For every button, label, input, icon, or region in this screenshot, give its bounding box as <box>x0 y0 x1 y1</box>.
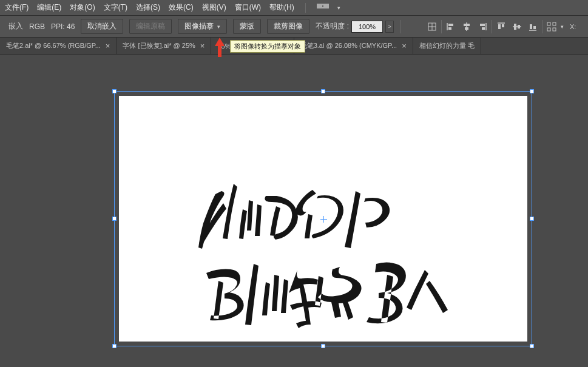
resize-handle-middle-right[interactable] <box>530 217 534 221</box>
svg-text:X:: X: <box>570 23 576 30</box>
svg-rect-13 <box>547 22 550 25</box>
svg-rect-2 <box>448 27 451 30</box>
align-top-icon[interactable] <box>495 20 508 33</box>
svg-rect-4 <box>465 27 468 30</box>
transform-panel-icon[interactable] <box>425 20 439 33</box>
opacity-label: 不透明度 : <box>316 21 349 32</box>
tab-label: 毛笔3.ai @ 26.08% (CMYK/GP... <box>300 41 397 50</box>
menu-help[interactable]: 帮助(H) <box>269 2 294 13</box>
resize-handle-bottom-left[interactable] <box>112 344 117 348</box>
tab-label: 相信幻灯的力量 毛 <box>419 41 475 50</box>
menu-bar: 文件(F) 编辑(E) 对象(O) 文字(T) 选择(S) 效果(C) 视图(V… <box>0 0 588 16</box>
annotation-arrow-icon <box>214 38 226 57</box>
svg-rect-11 <box>530 24 532 29</box>
align-right-icon[interactable] <box>476 20 489 33</box>
mask-button[interactable]: 蒙版 <box>233 19 261 34</box>
svg-rect-12 <box>533 26 536 29</box>
svg-rect-5 <box>480 24 485 26</box>
svg-rect-14 <box>553 22 556 25</box>
close-icon[interactable]: × <box>106 41 110 50</box>
align-bottom-icon[interactable] <box>526 20 539 33</box>
separator <box>492 20 492 33</box>
image-trace-button[interactable]: 图像描摹▾ <box>178 19 227 34</box>
opacity-stepper[interactable] <box>385 21 394 33</box>
workspace-switcher-icon[interactable] <box>317 4 329 12</box>
control-bar: 嵌入 RGB PPI: 46 取消嵌入 编辑原稿 图像描摹▾ 蒙版 裁剪图像 不… <box>0 16 588 38</box>
resize-handle-middle-left[interactable] <box>112 217 117 221</box>
edit-original-button: 编辑原稿 <box>129 19 172 34</box>
embed-label: 嵌入 <box>8 21 23 32</box>
close-icon[interactable]: × <box>402 41 407 50</box>
resize-handle-bottom-right[interactable] <box>530 344 534 348</box>
align-hcenter-icon[interactable] <box>460 20 473 33</box>
selection-bounding-box[interactable] <box>114 91 532 346</box>
position-x-icon[interactable]: X: <box>566 20 580 33</box>
menu-edit[interactable]: 编辑(E) <box>37 2 61 13</box>
align-left-icon[interactable] <box>444 20 458 33</box>
menu-window[interactable]: 窗口(W) <box>235 2 261 13</box>
menu-view[interactable]: 视图(V) <box>202 2 226 13</box>
tab-label: 毛笔2.ai* @ 66.67% (RGB/GP... <box>6 41 101 50</box>
tab-document[interactable]: 毛笔2.ai* @ 66.67% (RGB/GP... × <box>0 38 117 54</box>
opacity-input[interactable] <box>351 21 383 33</box>
menu-effect[interactable]: 效果(C) <box>169 2 194 13</box>
tab-document[interactable]: 字体 [已恢复].ai* @ 25% × <box>117 38 211 54</box>
chevron-down-icon[interactable]: ▾ <box>217 24 220 30</box>
svg-rect-3 <box>464 24 470 26</box>
resize-handle-top-left[interactable] <box>112 89 117 93</box>
separator <box>542 20 542 33</box>
align-tools: ▾ X: <box>425 20 580 33</box>
colormode-label: RGB <box>29 22 45 31</box>
svg-rect-1 <box>448 24 453 26</box>
crop-image-button[interactable]: 裁剪图像 <box>267 19 309 34</box>
tab-label: 字体 [已恢复].ai* @ 25% <box>123 41 195 50</box>
menu-object[interactable]: 对象(O) <box>70 2 95 13</box>
transform-each-icon[interactable] <box>545 20 558 33</box>
selection-center-icon <box>320 216 327 223</box>
svg-rect-7 <box>498 24 501 29</box>
resize-handle-bottom-middle[interactable] <box>321 344 325 348</box>
svg-rect-8 <box>502 24 504 27</box>
menu-select[interactable]: 选择(S) <box>136 2 160 13</box>
canvas[interactable] <box>0 55 588 367</box>
svg-rect-10 <box>518 25 520 29</box>
svg-rect-9 <box>514 24 516 30</box>
opacity-group: 不透明度 : <box>316 21 394 33</box>
separator <box>441 20 442 33</box>
separator <box>400 20 400 33</box>
chevron-down-icon[interactable]: ▾ <box>337 5 340 11</box>
unembed-button[interactable]: 取消嵌入 <box>81 19 123 34</box>
menu-file[interactable]: 文件(F) <box>5 2 29 13</box>
svg-rect-6 <box>482 27 485 30</box>
resize-handle-top-right[interactable] <box>530 89 534 93</box>
svg-rect-15 <box>547 28 550 31</box>
tooltip: 将图像转换为描摹对象 <box>230 40 305 53</box>
menu-separator <box>305 3 306 13</box>
chevron-down-icon[interactable]: ▾ <box>561 24 564 30</box>
svg-rect-16 <box>553 28 556 31</box>
tab-document[interactable]: 毛笔3.ai @ 26.08% (CMYK/GP... × <box>294 38 413 54</box>
close-icon[interactable]: × <box>200 41 205 50</box>
menu-text[interactable]: 文字(T) <box>104 2 127 13</box>
resize-handle-top-middle[interactable] <box>321 89 325 93</box>
ppi-label: PPI: 46 <box>51 22 75 31</box>
tab-document[interactable]: 相信幻灯的力量 毛 <box>413 38 481 54</box>
align-vcenter-icon[interactable] <box>510 20 524 33</box>
